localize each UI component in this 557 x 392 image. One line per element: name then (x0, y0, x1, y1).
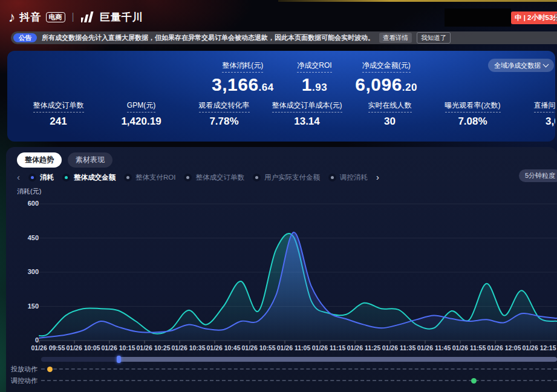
action-row-label: 调控动作 (11, 376, 41, 385)
metric-value: 3,166.64 (212, 74, 274, 95)
x-axis-label: 01/26 12:15 (516, 344, 557, 351)
metric-value-decimals: .64 (259, 82, 274, 93)
metric-label: 净成交金额(元) (362, 60, 411, 73)
chevron-down-icon (543, 62, 549, 68)
trend-chart[interactable] (6, 200, 557, 348)
metric-value: 7.78% (183, 116, 265, 128)
douyin-note-icon: ♪ (8, 10, 16, 24)
brand-divider: | (72, 11, 74, 22)
slider-track-unselected[interactable] (41, 357, 119, 362)
ecommerce-badge: 电商 (46, 12, 65, 22)
trend-card: 整体趋势素材表现 ‹消耗整体成交金额整体支付ROI整体成交订单数用户实际支付金额… (6, 147, 557, 392)
legend-scroll-right-icon[interactable]: › (376, 173, 379, 181)
metric-label: GPM(元) (127, 100, 155, 113)
legend-dot-icon (124, 174, 132, 181)
metric-label: 整体消耗(元) (222, 60, 263, 73)
legend-label: 整体支付ROI (135, 173, 175, 182)
action-row-label: 投放动作 (11, 365, 41, 374)
metric-label: 净成交ROI (297, 60, 331, 73)
notice-bar: 公告 所有成交数据会先计入直播大屏数据，但如果存在异常交易订单会被动态退款，因此… (11, 31, 557, 44)
legend-dot-icon (184, 174, 192, 181)
legend-label: 调控消耗 (340, 173, 368, 182)
redacted-account-box (445, 8, 511, 27)
tab-active[interactable]: 整体趋势 (17, 152, 62, 168)
chart-legend: ‹消耗整体成交金额整体支付ROI整体成交订单数用户实际支付金额调控消耗› (17, 172, 557, 183)
metric-label: 实时在线人数 (368, 100, 412, 113)
y-axis-title: 消耗(元) (17, 187, 41, 196)
legend-dot-icon (62, 174, 70, 181)
data-scope-select[interactable]: 全域净成交数据 (488, 59, 554, 72)
header: ♪ 抖音 电商 | 巨量千川 中 | 2小时53分钟 | (0, 7, 557, 30)
action-row: 投放动作 (11, 365, 557, 373)
metric-value: 30 (348, 116, 431, 128)
primary-metric: 整体消耗(元)3,166.64 (212, 59, 274, 95)
legend-dot-icon (253, 174, 261, 181)
metric-value: 1.93 (297, 74, 331, 95)
granularity-select[interactable]: 5分钟粒度 (519, 169, 557, 182)
legend-item[interactable]: 用户实际支付金额 (253, 173, 320, 182)
metric-value: 241 (17, 116, 100, 128)
qianchuan-logo-text: 巨量千川 (100, 10, 143, 24)
time-range-slider[interactable] (41, 357, 557, 362)
trend-tabs: 整体趋势素材表现 (17, 152, 112, 168)
data-scope-label: 全域净成交数据 (494, 61, 541, 70)
legend-item[interactable]: 消耗 (28, 173, 54, 182)
notice-tag: 公告 (13, 33, 37, 42)
douyin-logo-text: 抖音 (20, 10, 42, 24)
header-divider: | (555, 12, 557, 22)
metric-label: 整体成交订单数 (33, 100, 84, 113)
secondary-metric: 实时在线人数30 (348, 99, 431, 128)
view-details-button[interactable]: 查看详情 (379, 33, 412, 43)
granularity-label: 5分钟粒度 (525, 171, 555, 180)
metric-value: 13.14 (265, 116, 348, 128)
metric-value-decimals: .93 (312, 82, 327, 93)
action-marker-dot[interactable] (471, 378, 477, 384)
legend-item[interactable]: 整体支付ROI (124, 173, 175, 182)
metric-value-decimals: .20 (402, 82, 417, 93)
live-duration-badge: 中 | 2小时53分钟 (511, 11, 557, 24)
notice-text: 所有成交数据会先计入直播大屏数据，但如果存在异常交易订单会被动态退款，因此本页面… (42, 33, 374, 42)
primary-metric: 净成交ROI1.93 (297, 59, 331, 95)
got-it-button[interactable]: 我知道了 (417, 32, 451, 44)
metric-value: 7.08% (431, 116, 514, 128)
legend-dot-icon (28, 174, 36, 181)
legend-item[interactable]: 整体成交订单数 (184, 173, 244, 182)
metric-value: 3,09 (514, 116, 555, 128)
slider-track-selected[interactable] (119, 357, 557, 362)
qianchuan-bars-icon (81, 10, 96, 24)
action-dashed-line (41, 380, 557, 381)
legend-dot-icon (328, 174, 336, 181)
legend-item[interactable]: 调控消耗 (328, 173, 368, 182)
action-dashed-line (41, 368, 557, 370)
secondary-metric: 观看成交转化率7.78% (183, 99, 265, 128)
secondary-metrics-row: 整体成交订单数241GPM(元)1,420.19观看成交转化率7.78%整体成交… (17, 99, 555, 128)
secondary-metric: 整体成交订单数241 (17, 99, 100, 128)
metric-value: 1,420.19 (100, 116, 183, 128)
action-marker-dot[interactable] (47, 367, 53, 372)
metric-value: 6,096.20 (355, 74, 417, 95)
metrics-panel: 全域净成交数据 整体消耗(元)3,166.64净成交ROI1.93净成交金额(元… (7, 51, 555, 142)
top-accent-strip (278, 0, 557, 2)
metric-label: 观看成交转化率 (199, 100, 250, 113)
secondary-metric: 直播间整体观3,09 (514, 99, 555, 128)
legend-label: 整体成交订单数 (195, 173, 244, 182)
tab-inactive[interactable]: 素材表现 (68, 152, 112, 168)
legend-label: 整体成交金额 (74, 173, 116, 182)
brand-logos: ♪ 抖音 电商 | 巨量千川 (8, 10, 143, 24)
metric-label: 直播间整体观 (534, 100, 556, 113)
legend-item[interactable]: 整体成交金额 (62, 173, 116, 182)
secondary-metric: GPM(元)1,420.19 (100, 99, 183, 128)
action-row: 调控动作 (11, 376, 557, 385)
secondary-metric: 整体成交订单成本(元)13.14 (265, 99, 348, 128)
legend-label: 用户实际支付金额 (264, 173, 320, 182)
legend-scroll-left-icon[interactable]: ‹ (17, 173, 20, 181)
metric-label: 整体成交订单成本(元) (272, 100, 342, 113)
metric-label: 曝光观看率(次数) (445, 100, 501, 113)
primary-metrics-row: 整体消耗(元)3,166.64净成交ROI1.93净成交金额(元)6,096.2… (212, 59, 417, 95)
legend-label: 消耗 (40, 173, 54, 182)
slider-handle[interactable] (117, 356, 121, 363)
secondary-metric: 曝光观看率(次数)7.08% (431, 99, 514, 128)
primary-metric: 净成交金额(元)6,096.20 (355, 59, 417, 95)
